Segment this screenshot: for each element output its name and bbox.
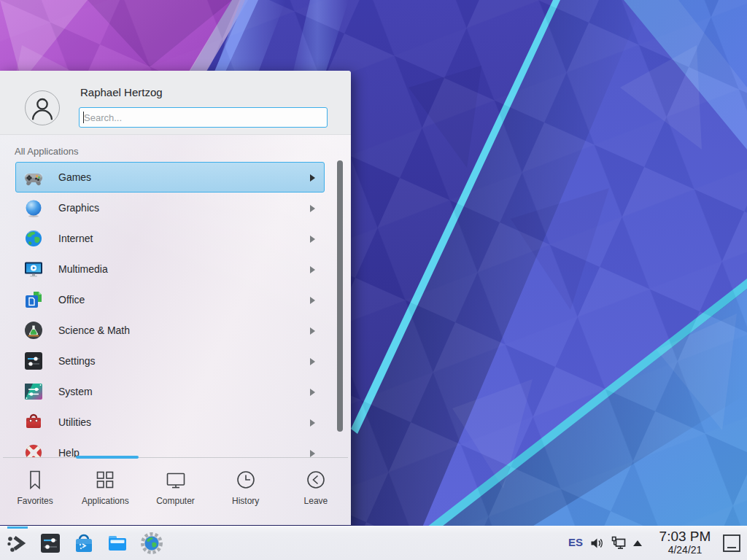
search-input[interactable] — [79, 107, 328, 128]
tab-computer[interactable]: Computer — [140, 458, 210, 525]
category-row-system[interactable]: System — [15, 376, 325, 407]
text-caret — [83, 112, 84, 123]
taskbar: ES 7:03 PM 4/24/21 — [0, 526, 747, 560]
system-tweak-icon — [23, 381, 44, 402]
leave-icon — [305, 469, 327, 491]
submenu-arrow-icon — [310, 450, 315, 457]
category-label: Settings — [58, 355, 96, 367]
tab-label: Favorites — [17, 496, 53, 506]
launcher-active-indicator — [7, 526, 28, 529]
tab-leave[interactable]: Leave — [281, 458, 351, 525]
file-manager-button[interactable] — [106, 532, 129, 555]
submenu-arrow-icon — [310, 266, 315, 273]
monitor-icon — [165, 469, 187, 491]
category-label: Graphics — [58, 202, 99, 214]
documents-icon — [23, 289, 44, 310]
tab-favorites[interactable]: Favorites — [0, 458, 70, 525]
category-row-games[interactable]: Games — [15, 162, 325, 192]
category-label: Games — [58, 171, 91, 183]
grid-icon — [94, 469, 116, 491]
clock-date: 4/24/21 — [654, 544, 716, 556]
section-label: All Applications — [15, 146, 78, 157]
category-row-utilities[interactable]: Utilities — [15, 407, 325, 438]
toolbox-icon — [23, 412, 44, 432]
submenu-arrow-icon — [310, 327, 315, 335]
system-settings-button[interactable] — [39, 532, 62, 555]
expand-tray-icon[interactable] — [632, 539, 643, 548]
application-launcher-button[interactable] — [6, 532, 29, 555]
monitor-play-icon — [23, 259, 44, 279]
category-label: Multimedia — [58, 263, 108, 275]
gamepad-icon — [23, 167, 44, 187]
category-row-settings[interactable]: Settings — [15, 346, 325, 376]
network-icon[interactable] — [611, 536, 626, 551]
sphere-icon — [23, 198, 44, 218]
category-row-help[interactable]: Help — [15, 438, 325, 457]
bookmark-icon — [24, 469, 46, 491]
show-desktop-button[interactable] — [721, 533, 742, 553]
discover-button[interactable] — [72, 532, 96, 555]
category-label: Science & Math — [58, 324, 130, 336]
flask-icon — [23, 320, 44, 341]
submenu-arrow-icon — [310, 389, 315, 396]
category-row-science-math[interactable]: Science & Math — [15, 315, 325, 346]
application-category-list: Games Graphics Internet — [0, 162, 351, 457]
tab-label: Computer — [156, 496, 195, 506]
tab-history[interactable]: History — [211, 458, 281, 525]
tab-label: Applications — [82, 496, 129, 506]
category-label: System — [58, 386, 93, 397]
clock-time: 7:03 PM — [654, 529, 716, 544]
submenu-arrow-icon — [310, 358, 315, 365]
category-row-office[interactable]: Office — [15, 284, 325, 315]
launcher-footer-tabs: Favorites Applications Computer — [0, 458, 351, 525]
category-row-graphics[interactable]: Graphics — [15, 192, 325, 223]
category-label: Office — [58, 294, 85, 306]
keyboard-layout-indicator[interactable]: ES — [568, 536, 583, 548]
digital-clock[interactable]: 7:03 PM 4/24/21 — [654, 529, 716, 556]
tab-label: Leave — [304, 496, 328, 506]
tab-applications[interactable]: Applications — [70, 458, 140, 525]
volume-icon[interactable] — [589, 536, 604, 551]
category-label: Internet — [58, 233, 93, 244]
category-label: Utilities — [58, 416, 91, 428]
launcher-header: Raphael Hertzog — [0, 71, 351, 135]
globe-icon — [23, 228, 44, 249]
lifesaver-icon — [23, 443, 44, 457]
submenu-arrow-icon — [310, 297, 315, 304]
sliders-icon — [23, 351, 44, 371]
list-scrollbar[interactable] — [337, 160, 343, 432]
application-launcher-menu: Raphael Hertzog All Applications Games — [0, 71, 351, 525]
category-row-multimedia[interactable]: Multimedia — [15, 254, 325, 284]
tab-label: History — [232, 496, 259, 506]
submenu-arrow-icon — [310, 236, 315, 243]
submenu-arrow-icon — [310, 205, 315, 212]
submenu-arrow-icon — [310, 419, 315, 427]
category-row-internet[interactable]: Internet — [15, 223, 325, 254]
user-name: Raphael Hertzog — [80, 86, 163, 98]
user-avatar[interactable] — [25, 90, 60, 125]
submenu-arrow-icon — [310, 174, 315, 182]
clock-icon — [235, 469, 257, 491]
web-browser-button[interactable] — [140, 532, 163, 555]
